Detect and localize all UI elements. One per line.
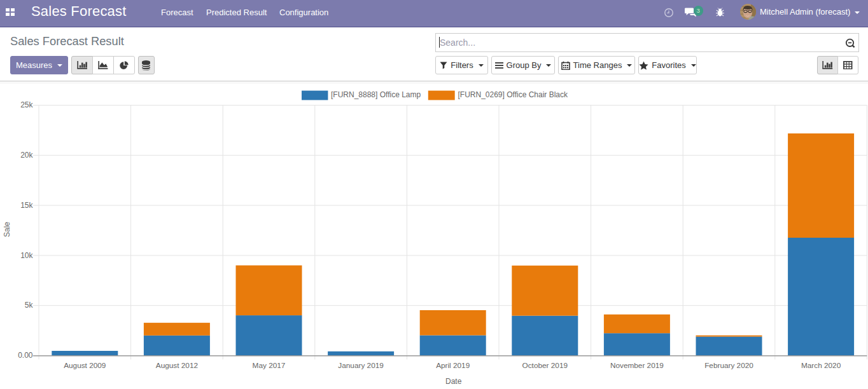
svg-text:May 2017: May 2017 [253,361,286,370]
svg-text:5k: 5k [25,301,34,310]
svg-text:Date: Date [445,377,462,386]
svg-text:0.00: 0.00 [18,351,33,360]
svg-text:August 2009: August 2009 [64,361,106,370]
svg-text:January 2019: January 2019 [338,361,384,370]
svg-text:[FURN_8888] Office Lamp: [FURN_8888] Office Lamp [331,90,421,99]
svg-text:15k: 15k [20,201,33,210]
svg-text:[FURN_0269] Office Chair Black: [FURN_0269] Office Chair Black [458,90,569,99]
svg-text:February 2020: February 2020 [704,361,753,370]
svg-text:10k: 10k [20,251,33,260]
svg-text:April 2019: April 2019 [436,361,470,370]
svg-text:20k: 20k [20,151,33,160]
svg-text:25k: 25k [20,100,33,109]
svg-text:March 2020: March 2020 [801,361,841,370]
svg-text:Sale: Sale [3,222,11,237]
svg-text:August 2012: August 2012 [156,361,198,370]
svg-text:October 2019: October 2019 [522,361,568,370]
svg-text:November 2019: November 2019 [610,361,664,370]
